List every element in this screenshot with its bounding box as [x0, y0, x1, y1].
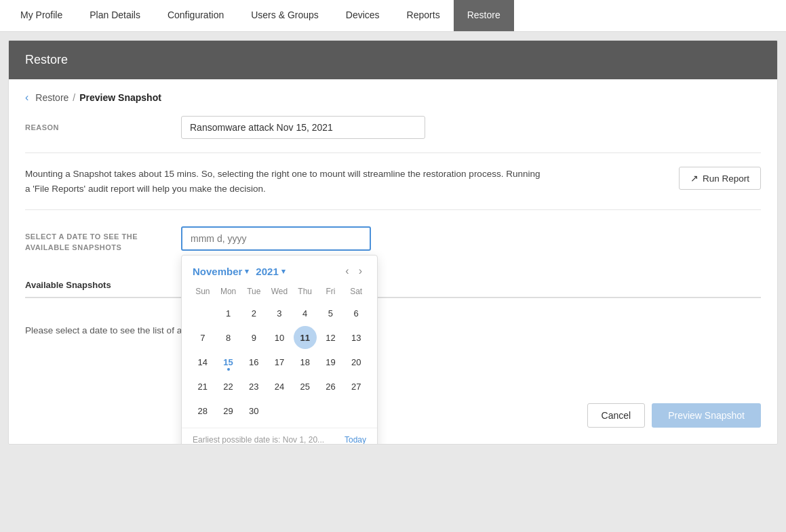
cal-day-25[interactable]: 25	[294, 375, 317, 398]
weekday-thu: Thu	[292, 284, 318, 299]
cal-day-23[interactable]: 23	[242, 375, 265, 398]
breadcrumb-parent[interactable]: Restore	[35, 92, 68, 103]
month-selector[interactable]: November ▾	[193, 266, 249, 277]
tab-my-profile[interactable]: My Profile	[7, 0, 76, 31]
calendar-month-year-nav: November ▾ 2021 ▾	[193, 266, 286, 277]
cal-day-7[interactable]: 7	[191, 326, 214, 349]
top-nav: My Profile Plan Details Configuration Us…	[0, 0, 786, 32]
cal-day-empty	[294, 399, 317, 422]
date-input[interactable]	[181, 226, 371, 251]
tab-restore[interactable]: Restore	[454, 0, 514, 31]
weekday-mon: Mon	[216, 284, 241, 299]
breadcrumb-separator: /	[73, 92, 75, 103]
earliest-date-text: Earliest possible date is: Nov 1, 20...	[193, 435, 324, 445]
year-label: 2021	[256, 266, 278, 277]
divider-1	[25, 152, 761, 153]
reason-row: REASON	[25, 116, 761, 139]
month-label: November	[193, 266, 242, 277]
actions-row: Cancel Preview Snapshot	[25, 390, 761, 428]
date-label: SELECT A DATE TO SEE THE AVAILABLE SNAPS…	[25, 226, 181, 253]
cal-day-1[interactable]: 1	[217, 302, 240, 325]
info-section: Mounting a Snapshot takes about 15 mins.…	[25, 167, 761, 210]
cal-day-16[interactable]: 16	[242, 350, 265, 373]
run-report-button[interactable]: ↗ Run Report	[679, 167, 761, 190]
year-selector[interactable]: 2021 ▾	[256, 266, 285, 277]
reason-label: REASON	[25, 123, 181, 131]
date-section: SELECT A DATE TO SEE THE AVAILABLE SNAPS…	[25, 226, 761, 253]
cal-day-empty	[319, 399, 342, 422]
cal-day-22[interactable]: 22	[217, 375, 240, 398]
month-dropdown-arrow: ▾	[245, 267, 249, 276]
date-input-wrapper: November ▾ 2021 ▾ ‹ ›	[181, 226, 371, 251]
cal-day-19[interactable]: 19	[319, 350, 342, 373]
cal-day-15[interactable]: 15	[217, 350, 240, 373]
cal-day-28[interactable]: 28	[191, 399, 214, 422]
reason-input[interactable]	[181, 116, 425, 139]
calendar-popup: November ▾ 2021 ▾ ‹ ›	[181, 255, 378, 445]
cal-day-12[interactable]: 12	[319, 326, 342, 349]
cancel-button[interactable]: Cancel	[587, 403, 646, 428]
cal-day-empty	[345, 399, 368, 422]
cal-day-8[interactable]: 8	[217, 326, 240, 349]
page-header: Restore	[9, 41, 777, 79]
cal-day-2[interactable]: 2	[242, 302, 265, 325]
cal-day-13[interactable]: 13	[345, 326, 368, 349]
cal-day-24[interactable]: 24	[268, 375, 291, 398]
calendar-prev-next: ‹ ›	[341, 264, 366, 279]
main-container: Restore ‹ Restore / Preview Snapshot REA…	[8, 40, 778, 445]
weekday-sat: Sat	[343, 284, 369, 299]
tab-configuration[interactable]: Configuration	[154, 0, 237, 31]
cal-day-20[interactable]: 20	[345, 350, 368, 373]
info-text: Mounting a Snapshot takes about 15 mins.…	[25, 167, 541, 196]
preview-snapshot-button[interactable]: Preview Snapshot	[652, 403, 761, 428]
weekday-wed: Wed	[267, 284, 292, 299]
cal-day-14[interactable]: 14	[191, 350, 214, 373]
cal-day-4[interactable]: 4	[294, 302, 317, 325]
calendar-grid: Sun Mon Tue Wed Thu Fri Sat 123456789101…	[182, 284, 377, 428]
cal-day-empty	[191, 302, 214, 325]
breadcrumb-current: Preview Snapshot	[79, 92, 161, 103]
cal-day-27[interactable]: 27	[345, 375, 368, 398]
snapshots-section: Available Snapshots Please select a date…	[25, 280, 761, 363]
year-dropdown-arrow: ▾	[281, 267, 286, 276]
cal-day-30[interactable]: 30	[242, 399, 265, 422]
weekday-fri: Fri	[318, 284, 344, 299]
cal-day-9[interactable]: 9	[242, 326, 265, 349]
weekday-sun: Sun	[190, 284, 216, 299]
snapshots-header: Available Snapshots	[25, 280, 761, 298]
cal-day-26[interactable]: 26	[319, 375, 342, 398]
external-link-icon: ↗	[690, 173, 699, 184]
cal-day-29[interactable]: 29	[217, 399, 240, 422]
cal-day-empty	[268, 399, 291, 422]
cal-day-21[interactable]: 21	[191, 375, 214, 398]
cal-day-10[interactable]: 10	[268, 326, 291, 349]
calendar-next-button[interactable]: ›	[355, 264, 366, 279]
run-report-label: Run Report	[703, 173, 749, 184]
cal-day-3[interactable]: 3	[268, 302, 291, 325]
cal-day-11[interactable]: 11	[294, 326, 317, 349]
content-area: REASON Mounting a Snapshot takes about 1…	[9, 116, 777, 444]
snapshots-message: Please select a date to see the list of …	[25, 298, 761, 363]
calendar-days: 1234567891011121314151617181920212223242…	[190, 302, 369, 422]
breadcrumb-back-icon[interactable]: ‹	[25, 91, 28, 104]
tab-users-groups[interactable]: Users & Groups	[237, 0, 332, 31]
cal-day-5[interactable]: 5	[319, 302, 342, 325]
calendar-weekdays: Sun Mon Tue Wed Thu Fri Sat	[190, 284, 369, 299]
tab-reports[interactable]: Reports	[393, 0, 454, 31]
calendar-prev-button[interactable]: ‹	[341, 264, 353, 279]
weekday-tue: Tue	[241, 284, 267, 299]
breadcrumb: ‹ Restore / Preview Snapshot	[9, 79, 777, 116]
today-link[interactable]: Today	[345, 435, 366, 445]
cal-day-18[interactable]: 18	[294, 350, 317, 373]
page-header-title: Restore	[25, 53, 68, 66]
cal-day-17[interactable]: 17	[268, 350, 291, 373]
calendar-header: November ▾ 2021 ▾ ‹ ›	[182, 255, 377, 284]
cal-day-6[interactable]: 6	[345, 302, 368, 325]
tab-plan-details[interactable]: Plan Details	[76, 0, 154, 31]
tab-devices[interactable]: Devices	[332, 0, 393, 31]
calendar-footer: Earliest possible date is: Nov 1, 20... …	[182, 428, 377, 445]
